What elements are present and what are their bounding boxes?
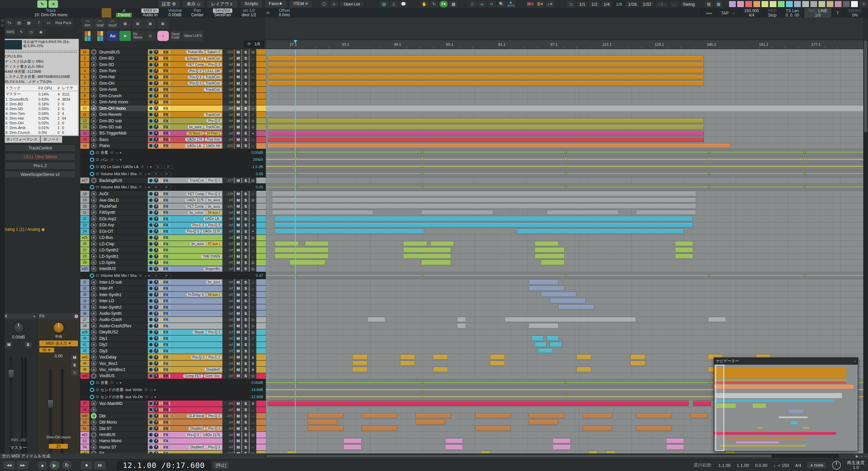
mute-button[interactable]: M: [235, 342, 241, 348]
mute-button[interactable]: M: [235, 286, 241, 291]
track-io-icon[interactable]: ∕: [250, 111, 256, 117]
mute-button[interactable]: M: [235, 137, 241, 142]
width-knob[interactable]: [154, 144, 158, 148]
gear-icon[interactable]: ☼ ▾: [146, 165, 152, 169]
track-number[interactable]: ▾46: [80, 373, 90, 379]
pan-knob[interactable]: [149, 414, 153, 418]
fx-enabled-led[interactable]: [169, 324, 170, 328]
track-io-icon[interactable]: ↔: [250, 93, 256, 99]
track-number[interactable]: 54: [80, 444, 90, 450]
grid-div-1-4[interactable]: 1/4: [601, 1, 612, 8]
pan-knob[interactable]: [149, 317, 153, 322]
mute-button[interactable]: M: [235, 426, 241, 431]
env-bypass-toggle[interactable]: [90, 165, 94, 169]
width-knob[interactable]: [154, 254, 158, 259]
recarm-icon[interactable]: A: [91, 367, 97, 372]
hscroll-buttons[interactable]: ▶ ＋ −: [856, 454, 867, 459]
horizontal-scrollbar[interactable]: [266, 454, 839, 458]
lane-track-16[interactable]: [266, 143, 863, 149]
mute-button[interactable]: M: [235, 197, 241, 203]
bpm-readout[interactable]: ♩= 150: [773, 463, 789, 468]
env-knob[interactable]: [110, 150, 114, 155]
width-knob[interactable]: [154, 248, 158, 252]
recarm-icon[interactable]: A: [91, 137, 97, 142]
pan-knob[interactable]: [149, 81, 153, 86]
tcp-track-14[interactable]: 14ABS-TriggerMidiFX15:Bass (16:Pian (-in…: [80, 130, 266, 137]
media-item[interactable]: [481, 451, 490, 453]
solo-button[interactable]: S: [242, 279, 249, 285]
fx-chip[interactable]: 15:Bass (: [186, 131, 204, 135]
env-point[interactable]: [421, 388, 423, 391]
mute-button[interactable]: M: [235, 99, 241, 105]
width-knob[interactable]: [154, 192, 158, 196]
solo-button[interactable]: S: [242, 124, 249, 130]
tcp-track-54[interactable]: 54AHamo STFXDoubler2Pro-Q 3-infMS↔: [80, 444, 266, 450]
menu-item-[interactable]: レイアウト: [206, 0, 238, 8]
width-knob[interactable]: [154, 361, 158, 366]
fx-chip[interactable]: Pro-Q 3: [188, 81, 203, 85]
triplet-toggle[interactable]: T: [832, 8, 843, 18]
env-point[interactable]: [708, 388, 710, 391]
track-name[interactable]: FX: [97, 451, 148, 453]
track-number[interactable]: 22: [80, 216, 90, 222]
media-item[interactable]: [445, 438, 463, 443]
media-item[interactable]: [457, 323, 466, 328]
phone-icon[interactable]: ▯: [390, 1, 398, 7]
record-monitor-icon[interactable]: [91, 413, 97, 419]
track-io-icon[interactable]: ↔: [250, 279, 256, 285]
recarm-icon[interactable]: A: [91, 304, 97, 310]
track-number[interactable]: 5: [80, 74, 90, 80]
track-number[interactable]: ▾52: [80, 432, 90, 437]
menu-item-[interactable]: 表示 ◇: [182, 0, 205, 8]
solo-button[interactable]: S: [242, 49, 249, 55]
recarm-icon[interactable]: A: [91, 197, 97, 203]
width-knob[interactable]: [154, 81, 158, 85]
env-bypass-toggle[interactable]: [90, 273, 94, 278]
trackinfo-col-5[interactable]: src 1/2dest 1/2: [237, 8, 261, 18]
media-item[interactable]: [430, 241, 454, 246]
recarm-icon[interactable]: A: [91, 228, 97, 234]
env-point[interactable]: [296, 165, 298, 167]
lane-track-40[interactable]: [266, 335, 863, 342]
media-item[interactable]: [475, 426, 511, 431]
width-knob[interactable]: [154, 106, 158, 110]
track-name[interactable]: LD-Bus: [97, 235, 148, 241]
lane-track-26[interactable]: [266, 241, 863, 247]
solo-button[interactable]: S: [242, 247, 249, 253]
width-knob[interactable]: [154, 50, 158, 54]
fx-button[interactable]: FX: [163, 324, 168, 328]
track-name[interactable]: LD-Synth2: [97, 247, 148, 253]
solo-button[interactable]: S: [242, 451, 249, 453]
fx-button[interactable]: FX: [163, 242, 168, 246]
tcp-track-45[interactable]: 45AVoc_HrmBnc1FXDoubler2-infMS▮: [80, 367, 266, 373]
media-item[interactable]: [535, 254, 565, 259]
track-io-icon[interactable]: ↔: [250, 419, 256, 425]
fx-button[interactable]: FX: [163, 254, 168, 259]
solo-button[interactable]: S: [242, 228, 249, 234]
fx-enabled-led[interactable]: [169, 229, 170, 233]
record-monitor-icon[interactable]: [91, 49, 97, 55]
recarm-icon[interactable]: A: [91, 204, 97, 209]
media-item[interactable]: [553, 438, 571, 443]
media-item[interactable]: [550, 298, 586, 303]
tcp-envelope[interactable]: ⏻Volume Mid Mix / Sha☼ ▾∿↩0.25: [80, 184, 266, 191]
mute-button[interactable]: M: [235, 143, 241, 149]
env-point[interactable]: [565, 274, 567, 277]
recarm-icon[interactable]: A: [91, 286, 97, 291]
track-number[interactable]: 21: [80, 210, 90, 216]
solo-button[interactable]: S: [242, 197, 249, 203]
color-swatch-5[interactable]: [769, 1, 777, 7]
mute-button[interactable]: M: [235, 298, 241, 304]
pan-knob[interactable]: [149, 62, 153, 67]
solo-button[interactable]: S: [242, 373, 249, 379]
ts-len-cell[interactable]: TS Len 0. 0. 00: [781, 8, 803, 18]
env-bypass-toggle[interactable]: [90, 381, 94, 385]
fx-chip[interactable]: Pro-Q 3: [206, 119, 222, 123]
tcp-track-16[interactable]: 16APianoFXUADx LA-UADx Hit-109MS♪: [80, 143, 266, 149]
track-number[interactable]: 2: [80, 55, 90, 61]
pan-knob[interactable]: [149, 305, 153, 310]
color-swatch-7[interactable]: [786, 1, 793, 7]
remove-color-icon[interactable]: ✕: [860, 1, 868, 7]
tcp-track-11[interactable]: 11ADrm-ReverbFXTrackCon-infMS∕: [80, 111, 266, 118]
media-item[interactable]: [529, 413, 565, 418]
